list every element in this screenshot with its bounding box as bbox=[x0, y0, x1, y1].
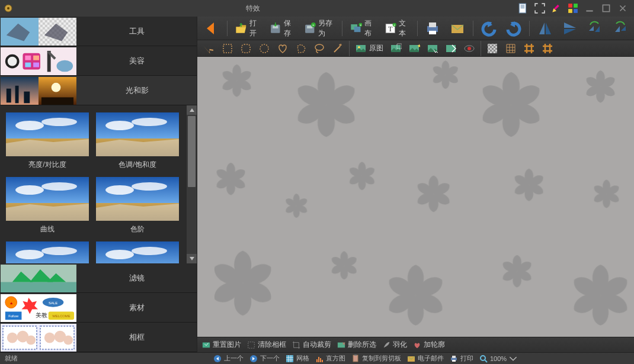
category-thumb bbox=[0, 17, 77, 46]
status-print-button[interactable]: 打印 bbox=[450, 354, 473, 363]
prev-label: 上一个 bbox=[224, 354, 244, 363]
svg-rect-116 bbox=[286, 355, 293, 362]
svg-text:+: + bbox=[360, 23, 361, 27]
fullscreen-icon[interactable] bbox=[534, 3, 545, 14]
redo-button[interactable] bbox=[503, 19, 524, 38]
next-button[interactable]: 下一个 bbox=[249, 354, 280, 363]
category-label: 素材 bbox=[77, 302, 197, 313]
image-star-tool[interactable]: ★ bbox=[406, 41, 422, 56]
svg-rect-23 bbox=[33, 55, 39, 60]
svg-rect-34 bbox=[41, 97, 73, 105]
effect-crop-tool[interactable] bbox=[388, 41, 404, 56]
histogram-button[interactable]: 直方图 bbox=[315, 354, 345, 363]
svg-rect-126 bbox=[452, 360, 456, 362]
image-select-tool[interactable] bbox=[424, 41, 441, 56]
category-filter[interactable]: 滤镜 bbox=[0, 263, 197, 293]
separator bbox=[481, 41, 481, 56]
svg-rect-28 bbox=[1, 77, 39, 105]
redeye-tool[interactable] bbox=[461, 41, 478, 56]
save-label: 保存 bbox=[284, 18, 294, 38]
svg-point-39 bbox=[105, 121, 134, 130]
effect-item[interactable] bbox=[92, 238, 182, 263]
zoom-button[interactable]: 100% bbox=[479, 355, 517, 363]
svg-point-42 bbox=[15, 185, 44, 195]
feather-label: 羽化 bbox=[393, 340, 407, 350]
ellipse-select-tool[interactable] bbox=[256, 41, 273, 56]
pointer-tool[interactable] bbox=[201, 41, 217, 56]
flip-v-button[interactable] bbox=[559, 19, 581, 38]
svg-text:WELCOME: WELCOME bbox=[52, 314, 71, 318]
save-button[interactable]: 保存 bbox=[267, 17, 297, 40]
svg-point-43 bbox=[41, 182, 77, 191]
transparency-tool[interactable] bbox=[484, 41, 501, 56]
undo-button[interactable] bbox=[478, 19, 499, 38]
copy-button[interactable]: 复制到剪切板 bbox=[351, 354, 401, 363]
open-button[interactable]: 打开 bbox=[232, 17, 263, 40]
effects-panel: 亮度/对比度 色调/饱和度 曲线 色阶 bbox=[0, 105, 197, 263]
clear-frame-button[interactable]: 清除相框 bbox=[247, 340, 286, 350]
text-button[interactable]: T+文本 bbox=[382, 17, 412, 40]
svg-rect-3 bbox=[521, 5, 525, 5]
delete-sel-button[interactable]: 删除所选 bbox=[337, 340, 376, 350]
rotate-right-button[interactable] bbox=[609, 19, 630, 38]
effect-levels[interactable]: 色阶 bbox=[92, 173, 182, 238]
effect-item[interactable] bbox=[2, 238, 92, 263]
outline-button[interactable]: 加轮廓 bbox=[413, 340, 445, 350]
reset-button[interactable]: 重置图片 bbox=[202, 340, 241, 350]
category-light-shadow[interactable]: 光和影 bbox=[0, 76, 197, 105]
canvas-button[interactable]: +画布 bbox=[347, 17, 378, 40]
color-grid-icon[interactable] bbox=[568, 3, 578, 14]
grid-tool[interactable] bbox=[502, 41, 519, 56]
window-title: 特效 bbox=[246, 4, 260, 14]
svg-point-40 bbox=[132, 118, 167, 126]
next-label: 下一个 bbox=[260, 354, 280, 363]
grid-button[interactable]: 网格 bbox=[286, 354, 309, 363]
minimize-icon[interactable] bbox=[584, 3, 595, 14]
svg-point-105 bbox=[468, 47, 471, 50]
category-thumb bbox=[0, 264, 77, 292]
scrollbar[interactable] bbox=[187, 105, 197, 263]
hash-tool-2[interactable] bbox=[539, 41, 556, 56]
magic-wand-tool[interactable] bbox=[329, 41, 346, 56]
svg-rect-90 bbox=[429, 31, 436, 34]
back-button[interactable] bbox=[201, 19, 222, 38]
polygon-select-tool[interactable] bbox=[293, 41, 309, 56]
category-frame[interactable]: 相框 bbox=[0, 323, 197, 352]
effect-brightness-contrast[interactable]: 亮度/对比度 bbox=[2, 109, 92, 173]
image-arrow-tool[interactable] bbox=[443, 41, 459, 56]
canvas[interactable] bbox=[197, 57, 634, 337]
feather-button[interactable]: 羽化 bbox=[382, 340, 407, 350]
svg-point-48 bbox=[15, 250, 44, 259]
scroll-down-icon[interactable] bbox=[187, 254, 197, 263]
category-beauty[interactable]: 美容 bbox=[0, 46, 197, 76]
svg-rect-89 bbox=[429, 22, 436, 27]
svg-rect-31 bbox=[24, 91, 30, 103]
svg-rect-10 bbox=[574, 9, 578, 13]
close-icon[interactable] bbox=[617, 3, 628, 14]
effect-label: 色阶 bbox=[130, 224, 145, 234]
doc-icon[interactable] bbox=[518, 3, 529, 14]
heart-select-tool[interactable] bbox=[274, 41, 291, 56]
pencil-icon[interactable] bbox=[551, 3, 562, 14]
effect-hue-saturation[interactable]: 色调/饱和度 bbox=[92, 109, 182, 173]
lasso-tool[interactable] bbox=[311, 41, 328, 56]
print-button[interactable] bbox=[422, 19, 443, 38]
category-thumb bbox=[0, 76, 77, 105]
flip-h-button[interactable] bbox=[534, 19, 556, 38]
rounded-select-tool[interactable] bbox=[238, 41, 254, 56]
maximize-icon[interactable] bbox=[601, 3, 611, 14]
effect-curves[interactable]: 曲线 bbox=[2, 173, 92, 238]
email-button[interactable] bbox=[447, 19, 468, 38]
status-email-button[interactable]: 电子邮件 bbox=[407, 354, 444, 363]
scroll-thumb[interactable] bbox=[188, 116, 196, 187]
category-material[interactable]: ★SALEFollow美教WELCOME 素材 bbox=[0, 293, 197, 323]
auto-crop-button[interactable]: 自动裁剪 bbox=[292, 340, 331, 350]
rotate-left-button[interactable] bbox=[584, 19, 606, 38]
hash-tool-1[interactable] bbox=[521, 41, 537, 56]
original-button[interactable]: 原图 bbox=[353, 41, 386, 56]
rect-select-tool[interactable] bbox=[219, 41, 236, 56]
category-tools[interactable]: 工具 bbox=[0, 17, 197, 46]
saveas-button[interactable]: +另存为 bbox=[301, 17, 337, 40]
scroll-up-icon[interactable] bbox=[187, 105, 197, 115]
prev-button[interactable]: 上一个 bbox=[213, 354, 244, 363]
